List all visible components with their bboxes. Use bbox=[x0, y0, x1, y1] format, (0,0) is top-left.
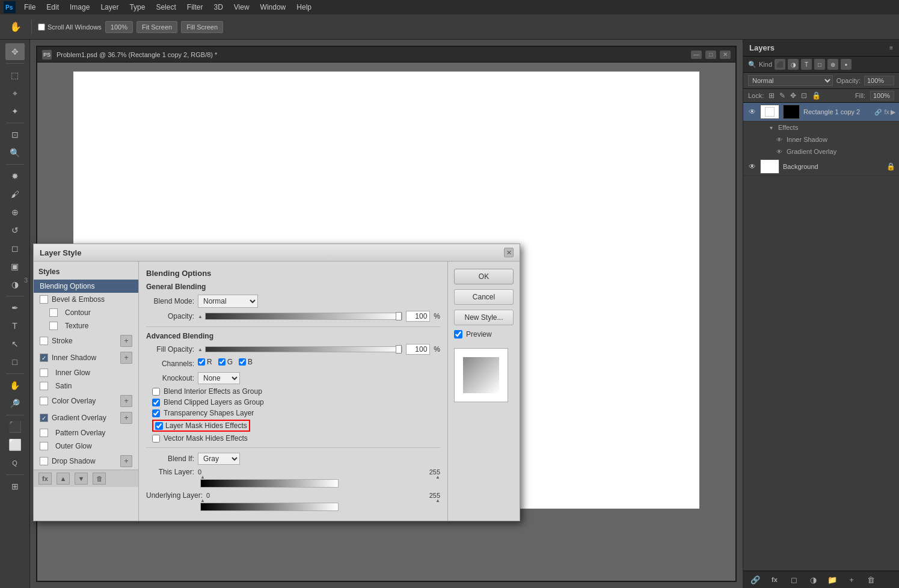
zoom-tool[interactable]: 🔎 bbox=[5, 395, 25, 412]
lock-move-icon[interactable]: ✥ bbox=[790, 91, 796, 100]
fill-screen-btn[interactable]: Fill Screen bbox=[181, 21, 223, 33]
fit-screen-btn[interactable]: Fit Screen bbox=[137, 21, 177, 33]
add-mask-btn[interactable]: ◻ bbox=[787, 574, 801, 586]
pattern-overlay-check[interactable] bbox=[40, 429, 48, 437]
path-tool[interactable]: ↖ bbox=[5, 335, 25, 352]
bevel-emboss-check[interactable] bbox=[40, 295, 48, 304]
lock-position-icon[interactable]: ⊞ bbox=[769, 91, 775, 100]
style-item-satin[interactable]: Satin bbox=[34, 379, 138, 393]
channel-b-checkbox[interactable] bbox=[239, 358, 246, 366]
channel-r-checkbox[interactable] bbox=[198, 358, 205, 366]
fill-input[interactable] bbox=[870, 91, 894, 100]
inner-shadow-add-btn[interactable]: + bbox=[120, 352, 132, 364]
style-item-inner-shadow[interactable]: ✓ Inner Shadow + bbox=[34, 349, 138, 366]
dodge-tool[interactable]: ◑ bbox=[5, 276, 25, 293]
style-item-texture[interactable]: Texture bbox=[34, 319, 138, 332]
layers-collapse-btn[interactable]: ≡ bbox=[889, 44, 893, 51]
eyedropper-tool[interactable]: 🔍 bbox=[5, 144, 25, 161]
cancel-btn[interactable]: Cancel bbox=[454, 289, 514, 305]
smart-kind-icon[interactable]: ⊕ bbox=[827, 59, 838, 70]
minimize-btn[interactable]: — bbox=[691, 51, 702, 59]
gradient-overlay-add-btn[interactable]: + bbox=[120, 412, 132, 424]
effect-visibility-icon-2[interactable]: 👁 bbox=[775, 147, 784, 156]
texture-check[interactable] bbox=[49, 322, 58, 330]
gradient-overlay-effect[interactable]: 👁 Gradient Overlay bbox=[762, 145, 899, 158]
hand-tool-2[interactable]: ✋ bbox=[5, 377, 25, 394]
outer-glow-check[interactable] bbox=[40, 442, 48, 450]
type-kind-icon[interactable]: T bbox=[801, 59, 812, 70]
blend-clipped-checkbox[interactable] bbox=[152, 399, 160, 406]
drop-shadow-check[interactable] bbox=[40, 457, 48, 465]
adjustment-kind-icon[interactable]: ◑ bbox=[788, 59, 799, 70]
screen-mode[interactable]: ⊞ bbox=[5, 478, 25, 495]
foreground-color[interactable]: ⬛ bbox=[5, 418, 25, 435]
stamp-tool[interactable]: ⊕ bbox=[5, 204, 25, 221]
contour-check[interactable] bbox=[49, 308, 58, 317]
new-group-btn[interactable]: 📁 bbox=[825, 574, 839, 586]
blend-mode-select[interactable]: Normal bbox=[748, 75, 833, 86]
new-layer-btn[interactable]: + bbox=[844, 574, 859, 586]
style-item-outer-glow[interactable]: Outer Glow bbox=[34, 439, 138, 453]
fill-opacity-value-input[interactable] bbox=[406, 344, 430, 355]
menu-file[interactable]: File bbox=[19, 2, 40, 13]
move-down-footer-btn[interactable]: ▼ bbox=[75, 473, 88, 485]
effects-collapse-icon[interactable]: ▾ bbox=[766, 123, 776, 132]
move-up-footer-btn[interactable]: ▲ bbox=[57, 473, 70, 485]
blend-if-dropdown[interactable]: Gray bbox=[198, 453, 240, 465]
style-item-pattern-overlay[interactable]: Pattern Overlay bbox=[34, 426, 138, 439]
shape-kind-icon[interactable]: □ bbox=[814, 59, 825, 70]
vector-mask-checkbox[interactable] bbox=[152, 435, 160, 443]
gradient-overlay-check[interactable]: ✓ bbox=[40, 414, 48, 422]
delete-layer-btn[interactable]: 🗑 bbox=[864, 574, 878, 586]
shape-tool[interactable]: □ bbox=[5, 354, 25, 370]
layer-mask-checkbox[interactable] bbox=[155, 422, 163, 430]
style-item-drop-shadow[interactable]: Drop Shadow + bbox=[34, 453, 138, 470]
lock-pixel-icon[interactable]: ✎ bbox=[779, 91, 785, 100]
style-item-contour[interactable]: Contour bbox=[34, 306, 138, 319]
move-tool[interactable]: ✥ bbox=[5, 43, 25, 60]
menu-select[interactable]: Select bbox=[151, 2, 180, 13]
history-brush-tool[interactable]: ↺ bbox=[5, 222, 25, 239]
brush-tool[interactable]: 🖌 bbox=[5, 186, 25, 203]
opacity-value-input[interactable] bbox=[406, 311, 430, 322]
spot-heal-tool[interactable]: ✸ bbox=[5, 168, 25, 185]
menu-3d[interactable]: 3D bbox=[209, 2, 227, 13]
opacity-input[interactable] bbox=[864, 76, 894, 85]
style-item-blending-options[interactable]: Blending Options bbox=[34, 280, 138, 293]
quick-mask-toggle[interactable]: Q bbox=[5, 455, 25, 471]
add-fx-btn[interactable]: fx bbox=[767, 574, 782, 586]
new-style-btn[interactable]: New Style... bbox=[454, 310, 514, 325]
filter-kind-icon[interactable]: ● bbox=[841, 59, 851, 70]
style-item-color-overlay[interactable]: Color Overlay + bbox=[34, 393, 138, 409]
fill-opacity-slider[interactable] bbox=[205, 346, 402, 352]
link-layers-btn[interactable]: 🔗 bbox=[748, 574, 762, 586]
menu-layer[interactable]: Layer bbox=[96, 2, 123, 13]
blend-mode-dropdown[interactable]: Normal bbox=[198, 295, 258, 308]
channel-g-checkbox[interactable] bbox=[218, 358, 226, 366]
layer-visibility-bg-toggle[interactable]: 👁 bbox=[747, 161, 758, 172]
lock-all-icon[interactable]: 🔒 bbox=[812, 91, 821, 100]
zoom-100-btn[interactable]: 100% bbox=[105, 21, 133, 33]
preview-checkbox[interactable] bbox=[454, 330, 462, 338]
crop-tool[interactable]: ⊡ bbox=[5, 126, 25, 143]
layer-item-background[interactable]: 👁 Background 🔒 bbox=[743, 158, 899, 176]
menu-type[interactable]: Type bbox=[124, 2, 150, 13]
inner-shadow-effect[interactable]: 👁 Inner Shadow bbox=[762, 133, 899, 145]
layer-item-rectangle1copy2[interactable]: 👁 Rectangle 1 copy 2 🔗 fx ▶ bbox=[743, 103, 899, 121]
menu-image[interactable]: Image bbox=[65, 2, 94, 13]
underlying-gradient-bar[interactable] bbox=[200, 503, 339, 511]
dialog-close-btn[interactable]: ✕ bbox=[504, 248, 514, 257]
blend-interior-checkbox[interactable] bbox=[152, 388, 160, 396]
knockout-dropdown[interactable]: None bbox=[198, 372, 240, 384]
style-item-inner-glow[interactable]: Inner Glow bbox=[34, 366, 138, 379]
lasso-tool[interactable]: ⌖ bbox=[5, 85, 25, 102]
eraser-tool[interactable]: ◻ bbox=[5, 240, 25, 257]
opacity-slider[interactable] bbox=[205, 313, 402, 320]
pixel-kind-icon[interactable]: ⬛ bbox=[775, 59, 785, 70]
menu-window[interactable]: Window bbox=[256, 2, 291, 13]
style-item-bevel-emboss[interactable]: Bevel & Emboss bbox=[34, 293, 138, 306]
stroke-add-btn[interactable]: + bbox=[120, 335, 132, 347]
background-color[interactable]: ⬜ bbox=[5, 436, 25, 453]
lock-artboard-icon[interactable]: ⊡ bbox=[801, 91, 807, 100]
scroll-all-windows-checkbox[interactable] bbox=[38, 23, 45, 31]
